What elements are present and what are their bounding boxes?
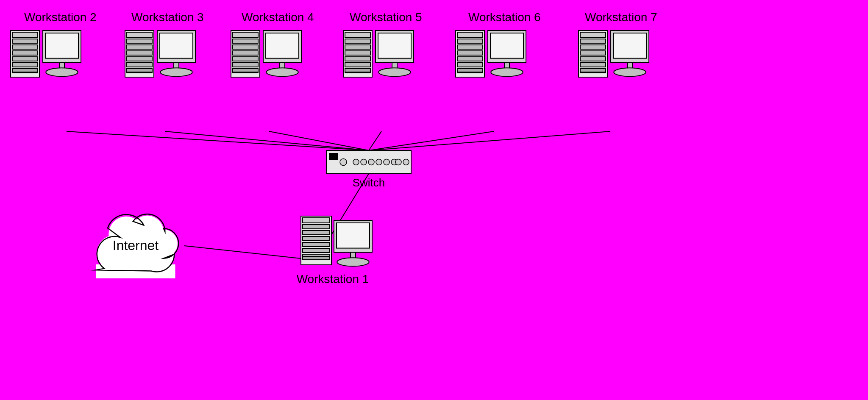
network-diagram xyxy=(0,0,868,400)
